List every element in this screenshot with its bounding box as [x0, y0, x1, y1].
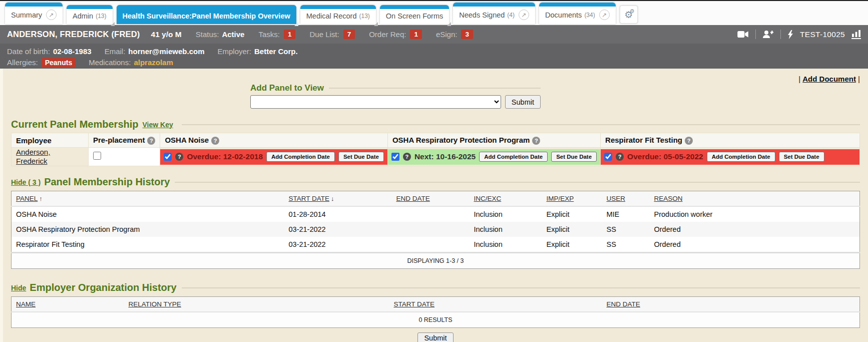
popout-icon[interactable]: ↗	[46, 10, 57, 20]
status-value: Active	[222, 30, 244, 39]
settings-gears-button[interactable]: ⚙ ⚙	[620, 6, 638, 24]
divider	[755, 30, 756, 39]
add-panel-submit-button[interactable]: Submit	[505, 95, 541, 109]
current-panel-heading: Current Panel Membership View Key	[11, 119, 860, 130]
order-req-count-badge[interactable]: 1	[410, 30, 422, 39]
col-panel[interactable]: PANEL↑	[12, 191, 284, 207]
due-list-label: Due List:	[309, 30, 339, 39]
help-icon[interactable]: ?	[616, 153, 624, 161]
col-end-date[interactable]: END DATE	[392, 191, 470, 207]
tasks-count-badge[interactable]: 1	[284, 30, 296, 39]
add-panel-select[interactable]	[250, 95, 501, 109]
medications-label: Medications:	[89, 58, 131, 67]
order-req-label: Order Req:	[369, 30, 406, 39]
col-reason[interactable]: REASON	[650, 191, 860, 207]
section-line	[182, 287, 860, 288]
popout-icon[interactable]: ↗	[519, 10, 529, 20]
tab-medical-record[interactable]: Medical Record (13)	[300, 5, 376, 24]
col-user[interactable]: USER	[602, 191, 650, 207]
col-start-date[interactable]: START DATE↓	[284, 191, 392, 207]
osha-respiratory-cell: ? Next: 10-16-2025 Add Completion Date S…	[388, 149, 600, 165]
tab-admin[interactable]: Admin (13)	[67, 5, 112, 24]
sort-desc-icon: ↓	[331, 195, 334, 202]
tab-count: (13)	[359, 13, 370, 20]
table-row: Respirator Fit Testing 03-21-2022 Inclus…	[12, 237, 860, 253]
osha-noise-checkbox[interactable]	[164, 153, 172, 161]
due-list-count-badge[interactable]: 7	[343, 30, 355, 39]
bar-chart-icon[interactable]	[851, 30, 861, 39]
help-icon[interactable]: ?	[685, 137, 693, 145]
set-due-date-button[interactable]: Set Due Date	[338, 152, 384, 162]
employee-row: Anderson, Frederick ? Overdue: 12-02-201…	[12, 148, 860, 166]
popout-icon[interactable]: ↗	[599, 10, 610, 20]
tab-label: Health Surveillance:Panel Membership Ove…	[123, 12, 290, 20]
allergy-badge[interactable]: Peanuts	[42, 58, 76, 67]
col-pre-placement: Pre-placement?	[89, 133, 160, 148]
dob-label: Date of birth:	[7, 47, 50, 56]
set-due-date-button[interactable]: Set Due Date	[551, 152, 597, 162]
esign-count-badge[interactable]: 3	[461, 30, 473, 39]
col-osha-respiratory: OSHA Respiratory Protection Program?	[387, 133, 600, 148]
col-employee: Employee	[12, 133, 89, 148]
employer-history-title: Employer Organization History	[30, 282, 176, 293]
col-relation-type[interactable]: RELATION TYPE	[124, 297, 389, 312]
tab-summary[interactable]: Summary ↗	[5, 3, 63, 24]
help-icon[interactable]: ?	[211, 137, 219, 145]
page-submit-button[interactable]: Submit	[417, 332, 453, 342]
help-icon[interactable]: ?	[403, 153, 411, 161]
current-panel-table: Employee Pre-placement? OSHA Noise? OSHA…	[11, 133, 860, 166]
system-id: TEST-10025	[800, 30, 845, 39]
tab-needs-signed[interactable]: Needs Signed (4) ↗	[453, 3, 535, 24]
help-icon[interactable]: ?	[532, 137, 540, 145]
employee-link[interactable]: Anderson, Frederick	[16, 148, 50, 165]
panel-status: Overdue: 12-02-2018	[187, 152, 263, 161]
tab-documents[interactable]: Documents (34) ↗	[539, 3, 616, 24]
tab-bar: Summary ↗ Admin (13) Health Surveillance…	[0, 0, 868, 25]
hide-employer-history-link[interactable]: Hide	[11, 284, 26, 292]
tab-health-surveillance[interactable]: Health Surveillance:Panel Membership Ove…	[117, 5, 296, 24]
col-name[interactable]: NAME	[12, 297, 124, 312]
tab-on-screen-forms[interactable]: On Screen Forms	[380, 5, 449, 24]
tab-label: Admin	[73, 12, 93, 20]
add-completion-date-button[interactable]: Add Completion Date	[707, 152, 775, 162]
add-panel-fieldset: Add Panel to View Submit	[250, 83, 541, 109]
col-osha-noise: OSHA Noise?	[160, 133, 388, 148]
col-imp-exp[interactable]: IMP/EXP	[542, 191, 602, 207]
membership-history-title: Panel Membership History	[44, 176, 170, 188]
section-line	[182, 124, 860, 125]
lightning-bolt-icon[interactable]	[787, 30, 793, 39]
employer-history-heading: Hide Employer Organization History	[11, 282, 860, 293]
tab-label: On Screen Forms	[386, 12, 443, 20]
employer-history-table: NAME RELATION TYPE START DATE END DATE 0…	[11, 296, 860, 328]
table-row: OSHA Noise 01-28-2014 Inclusion Explicit…	[12, 206, 860, 222]
col-inc-exc[interactable]: INC/EXC	[470, 191, 542, 207]
add-document-link[interactable]: Add Document	[802, 75, 856, 83]
main-content: | Add Document | Add Panel to View Submi…	[0, 69, 868, 342]
table-row: OSHA Respiratory Protection Program 03-2…	[12, 222, 860, 237]
set-due-date-button[interactable]: Set Due Date	[779, 152, 824, 162]
pre-placement-checkbox[interactable]	[93, 152, 101, 160]
respirator-fit-checkbox[interactable]	[604, 153, 612, 161]
add-person-icon[interactable]	[762, 30, 774, 39]
tab-label: Documents	[545, 11, 582, 19]
col-end-date[interactable]: END DATE	[602, 297, 860, 312]
help-icon[interactable]: ?	[175, 153, 183, 161]
tasks-label: Tasks:	[258, 30, 280, 39]
add-completion-date-button[interactable]: Add Completion Date	[479, 152, 548, 162]
help-icon[interactable]: ?	[147, 137, 155, 145]
tab-label: Medical Record	[306, 12, 357, 20]
hide-membership-history-link[interactable]: Hide ( 3 )	[11, 178, 41, 186]
col-start-date[interactable]: START DATE	[389, 297, 602, 312]
employer-value: Better Corp.	[254, 47, 298, 56]
dob-value: 02-08-1983	[53, 47, 92, 56]
col-respirator-fit: Respirator Fit Testing?	[601, 133, 860, 148]
membership-history-table: PANEL↑ START DATE↓ END DATE INC/EXC IMP/…	[11, 191, 860, 269]
osha-respiratory-checkbox[interactable]	[391, 153, 399, 161]
view-key-link[interactable]: View Key	[143, 121, 173, 129]
patient-age-sex: 41 y/o M	[151, 30, 182, 39]
add-completion-date-button[interactable]: Add Completion Date	[266, 152, 335, 162]
fieldset-line	[329, 88, 541, 89]
video-camera-icon[interactable]	[737, 31, 749, 38]
email-value: horner@mieweb.com	[128, 47, 204, 56]
medications-value[interactable]: alprazolam	[134, 58, 173, 67]
